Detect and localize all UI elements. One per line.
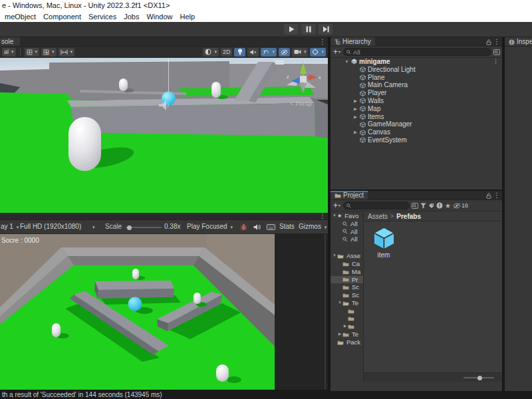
chevron-down-icon[interactable] (332, 212, 337, 220)
tab-console-partial[interactable]: sole (0, 37, 20, 47)
chevron-down-icon[interactable] (342, 58, 351, 66)
menubar-item[interactable]: Window (143, 11, 176, 22)
play-button[interactable] (284, 24, 298, 35)
project-tree-item[interactable]: Pack (331, 338, 363, 346)
game-viewport[interactable]: Socre : 0000 (0, 234, 328, 390)
window-titlebar[interactable]: e - Windows, Mac, Linux - Unity 2022.3.2… (0, 0, 532, 11)
open-search-window-icon[interactable] (412, 203, 418, 209)
game-render[interactable] (0, 234, 275, 390)
hierarchy-item[interactable]: Player (331, 89, 502, 97)
project-tree-item[interactable]: All (331, 220, 363, 228)
camera-settings-dropdown[interactable] (292, 48, 309, 57)
scale-slider-knob[interactable] (127, 225, 132, 230)
project-tree-item[interactable]: All (331, 228, 363, 236)
gizmos-toggle-dropdown[interactable] (310, 48, 326, 57)
scene-viewport[interactable]: x z < Persp (0, 58, 328, 213)
project-tree-item[interactable]: Pr (331, 276, 363, 284)
chevron-right-icon[interactable] (351, 105, 360, 113)
breadcrumb-current[interactable]: Prefabs (396, 213, 421, 220)
hidden-count[interactable]: 16 (453, 202, 468, 209)
add-asset-button[interactable]: +▾ (332, 201, 341, 209)
chevron-down-icon[interactable] (337, 299, 342, 307)
breadcrumb-root[interactable]: Assets (368, 213, 388, 220)
tab-hierarchy[interactable]: Hierarchy (331, 37, 375, 47)
project-tree-item[interactable]: Asse (331, 252, 363, 260)
scene-render[interactable]: x z < Persp (0, 58, 328, 213)
project-tree-item[interactable]: Ma (331, 268, 363, 276)
chevron-right-icon[interactable] (351, 113, 360, 121)
hierarchy-item[interactable]: Items (331, 113, 502, 121)
snap-settings-button[interactable] (41, 48, 57, 57)
project-tree-item[interactable] (331, 307, 363, 315)
project-search[interactable] (343, 201, 410, 209)
menubar-item[interactable]: Jobs (120, 11, 143, 22)
shading-mode-dropdown[interactable] (203, 48, 219, 57)
project-tree-item[interactable]: All (331, 235, 363, 243)
hierarchy-item[interactable]: GameManager (331, 120, 502, 128)
grid-visibility-button[interactable] (25, 48, 40, 57)
hierarchy-scene-row[interactable]: minigame (331, 58, 502, 66)
chevron-right-icon[interactable] (337, 331, 342, 338)
menubar-item[interactable]: Services (85, 11, 120, 22)
tab-project[interactable]: Project (331, 191, 368, 200)
hierarchy-item[interactable]: Map (331, 105, 502, 113)
pane-menu-icon[interactable] (493, 191, 500, 200)
chevron-right-icon[interactable] (351, 128, 360, 136)
stats-button[interactable]: Stats (279, 220, 295, 233)
add-gameobject-button[interactable]: +▾ (332, 48, 341, 56)
display-dropdown[interactable]: ay 1 (1, 220, 19, 233)
chevron-down-icon[interactable] (332, 252, 337, 260)
lock-icon[interactable] (486, 193, 491, 199)
scene-lighting-toggle[interactable] (234, 48, 245, 57)
handle-orientation-dropdown[interactable]: al (2, 48, 16, 57)
project-tree-item[interactable]: ★ Favo (331, 212, 363, 220)
search-by-label-icon[interactable] (428, 203, 434, 209)
menubar-item[interactable]: Help (177, 11, 200, 22)
hierarchy-item[interactable]: Directional Light (331, 66, 502, 74)
pause-button[interactable] (301, 24, 315, 35)
scene-row-menu-icon[interactable] (493, 58, 499, 66)
scene-audio-toggle[interactable] (247, 48, 259, 57)
hierarchy-search[interactable] (343, 48, 491, 56)
hierarchy-item[interactable]: Main Camera (331, 81, 502, 89)
favorites-star-icon[interactable]: ★ (445, 202, 451, 209)
hierarchy-item[interactable]: Canvas (331, 128, 502, 136)
project-tree-item[interactable] (331, 323, 363, 331)
lock-icon[interactable] (486, 39, 491, 45)
project-search-input[interactable] (353, 202, 406, 209)
move-snap-button[interactable] (59, 48, 75, 57)
project-tree-item[interactable]: Ca (331, 260, 363, 268)
scene-effects-dropdown[interactable] (261, 48, 277, 57)
gizmos-dropdown[interactable]: Gizmos (299, 220, 327, 233)
toggle-2d-button[interactable]: 2D (221, 48, 233, 57)
pane-menu-icon[interactable] (493, 37, 500, 47)
step-button[interactable] (319, 24, 332, 35)
menubar-item[interactable]: Component (40, 11, 85, 22)
project-tree-item[interactable]: Te (331, 331, 363, 338)
project-tree-item[interactable]: Te (331, 299, 363, 307)
hierarchy-search-input[interactable] (353, 49, 488, 56)
scene-visibility-toggle[interactable] (279, 48, 290, 57)
resolution-dropdown[interactable]: Full HD (1920x1080) (20, 220, 95, 233)
scale-slider[interactable] (126, 227, 162, 228)
menubar-item[interactable]: meObject (1, 11, 40, 22)
project-tree-item[interactable]: Sc (331, 283, 363, 291)
hierarchy-item[interactable]: EventSystem (331, 136, 502, 144)
hierarchy-item[interactable]: Plane (331, 74, 502, 82)
chevron-right-icon[interactable] (342, 323, 348, 331)
project-tree-item[interactable] (331, 315, 363, 323)
open-search-window-icon[interactable] (493, 49, 500, 55)
hierarchy-item[interactable]: Walls (331, 97, 502, 105)
play-focused-dropdown[interactable]: Play Focused (187, 220, 233, 233)
thumbnail-zoom-slider[interactable] (464, 377, 494, 378)
tab-inspector[interactable]: Inspec (505, 37, 532, 47)
status-bar[interactable]: th a result of 'Succeeded' in 144 second… (0, 391, 532, 399)
asset-item-prefab[interactable]: item (368, 226, 399, 259)
zoom-slider-knob[interactable] (477, 376, 482, 380)
pane-menu-icon[interactable] (319, 213, 326, 220)
project-tree-item[interactable]: Sc (331, 291, 363, 299)
import-log-icon[interactable] (436, 202, 443, 209)
pane-menu-icon[interactable] (319, 37, 326, 47)
search-by-type-icon[interactable] (420, 203, 426, 209)
chevron-right-icon[interactable] (351, 97, 360, 105)
